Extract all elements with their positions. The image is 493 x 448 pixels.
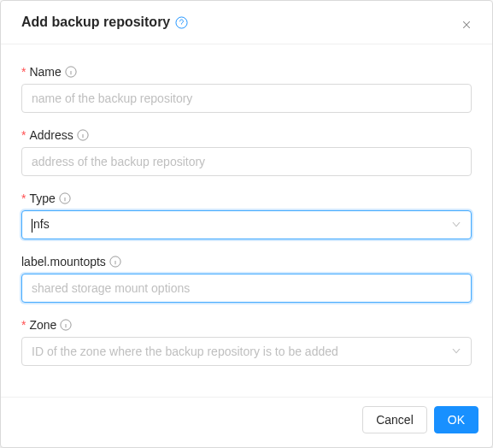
address-label: * Address: [21, 128, 472, 142]
type-select[interactable]: nfs: [21, 210, 472, 239]
form-item-name: * Name: [21, 65, 472, 113]
question-circle-icon[interactable]: [175, 16, 188, 29]
zone-label-text: Zone: [29, 318, 56, 332]
modal-title: Add backup repository: [21, 15, 188, 30]
name-label: * Name: [21, 65, 472, 79]
modal-footer: Cancel OK: [1, 397, 492, 447]
info-circle-icon[interactable]: [60, 319, 72, 331]
required-mark: *: [21, 318, 26, 332]
mountopts-input[interactable]: [21, 274, 472, 303]
address-label-text: Address: [29, 128, 73, 142]
form-item-zone: * Zone ID of the zone where the backup r…: [21, 318, 472, 366]
zone-label: * Zone: [21, 318, 472, 332]
cancel-button[interactable]: Cancel: [362, 406, 427, 433]
mountopts-label: label.mountopts: [21, 255, 472, 268]
ok-button[interactable]: OK: [434, 406, 478, 433]
mountopts-label-text: label.mountopts: [21, 255, 106, 268]
svg-point-0: [176, 16, 187, 27]
name-input[interactable]: [21, 84, 472, 113]
chevron-down-icon: [451, 346, 461, 357]
modal-title-text: Add backup repository: [21, 15, 170, 30]
info-circle-icon[interactable]: [77, 129, 89, 141]
required-mark: *: [21, 192, 26, 205]
info-circle-icon[interactable]: [65, 66, 77, 78]
form-item-mountopts: label.mountopts: [21, 255, 472, 303]
name-label-text: Name: [29, 65, 61, 79]
type-label: * Type: [21, 192, 472, 205]
modal-body: * Name * Address: [1, 44, 492, 397]
chevron-down-icon: [451, 220, 461, 230]
form-item-address: * Address: [21, 128, 472, 176]
zone-select[interactable]: ID of the zone where the backup reposito…: [21, 337, 472, 366]
info-circle-icon[interactable]: [59, 192, 71, 204]
add-backup-repository-modal: Add backup repository * Name: [0, 0, 493, 448]
form-item-type: * Type nfs: [21, 192, 472, 239]
type-label-text: Type: [29, 192, 55, 205]
type-select-value: nfs: [32, 217, 451, 232]
required-mark: *: [21, 65, 26, 79]
modal-header: Add backup repository: [1, 1, 492, 44]
info-circle-icon[interactable]: [109, 256, 121, 268]
required-mark: *: [21, 128, 26, 142]
address-input[interactable]: [21, 147, 472, 176]
close-icon[interactable]: [455, 13, 478, 37]
zone-select-placeholder: ID of the zone where the backup reposito…: [32, 345, 451, 358]
